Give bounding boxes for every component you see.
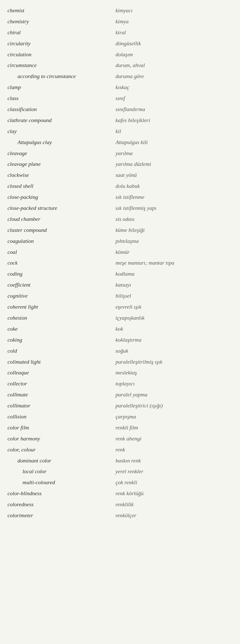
entry-english: coke bbox=[8, 323, 116, 334]
table-row: Attapulgus clayAttapulgus kili bbox=[8, 137, 232, 148]
table-row: cluster compoundküme bileşiği bbox=[8, 225, 232, 236]
table-row: color filmrenkli film bbox=[8, 422, 232, 433]
entry-english: classification bbox=[8, 104, 116, 115]
entry-english: colorimeter bbox=[8, 510, 116, 521]
entry-turkish: kodlama bbox=[116, 268, 232, 279]
entry-turkish: kafes bileşikleri bbox=[116, 115, 232, 126]
entry-english: coking bbox=[8, 334, 116, 345]
table-row: coalkömür bbox=[8, 247, 232, 258]
entry-english: colleaque bbox=[8, 367, 116, 378]
table-row: coldsoğuk bbox=[8, 345, 232, 356]
entry-english: clathrate compound bbox=[8, 115, 116, 126]
table-row: cleavage planeyarılma düzlemi bbox=[8, 159, 232, 170]
table-row: circumstancedurum, ahval bbox=[8, 60, 232, 71]
entry-turkish: kiral bbox=[116, 27, 232, 38]
table-row: collimatorparalelleştirici (ışığı) bbox=[8, 400, 232, 411]
entry-turkish: çok renkli bbox=[116, 477, 232, 488]
entry-english: color harmony bbox=[8, 433, 116, 444]
entry-english: closed shell bbox=[8, 181, 116, 192]
entry-turkish: döngüsellik bbox=[116, 38, 232, 49]
entry-turkish: renkli film bbox=[116, 422, 232, 433]
entry-turkish: sınıf bbox=[116, 93, 232, 104]
entry-turkish: duruma göre bbox=[116, 71, 232, 82]
table-row: codingkodlama bbox=[8, 268, 232, 279]
entry-english: color, colour bbox=[8, 444, 116, 455]
entry-english: multi-coloured bbox=[8, 477, 116, 488]
entry-english: coefficient bbox=[8, 279, 116, 290]
entry-turkish: kimyacı bbox=[116, 5, 232, 16]
entry-turkish: soğuk bbox=[116, 345, 232, 356]
entry-turkish: renklilik bbox=[116, 499, 232, 510]
entry-turkish: bilişsel bbox=[116, 290, 232, 301]
table-row: local coloryerel renkler bbox=[8, 466, 232, 477]
entry-english: collision bbox=[8, 411, 116, 422]
entry-turkish: çarpışma bbox=[116, 411, 232, 422]
entry-turkish: katsayı bbox=[116, 279, 232, 290]
table-row: cokekok bbox=[8, 323, 232, 334]
entry-english: collimator bbox=[8, 400, 116, 411]
entry-english: coherent light bbox=[8, 301, 116, 312]
entry-turkish: sınıflandırma bbox=[116, 104, 232, 115]
entry-turkish: renkölçer bbox=[116, 510, 232, 521]
entry-english: circularity bbox=[8, 38, 116, 49]
entry-english: circumstance bbox=[8, 60, 116, 71]
table-row: classificationsınıflandırma bbox=[8, 104, 232, 115]
table-row: circulationdolaşım bbox=[8, 49, 232, 60]
entry-english: chemist bbox=[8, 5, 116, 16]
entry-english: coloredness bbox=[8, 499, 116, 510]
table-row: close-packed structuresık istiflenmiş ya… bbox=[8, 203, 232, 214]
table-row: clathrate compoundkafes bileşikleri bbox=[8, 115, 232, 126]
table-row: cockmeşe mantarı; mantar tıpa bbox=[8, 257, 232, 268]
entry-turkish: baskın renk bbox=[116, 455, 232, 466]
entry-turkish: eşevreli ışık bbox=[116, 301, 232, 312]
entry-english: colimated light bbox=[8, 356, 116, 367]
table-row: cognitivebilişsel bbox=[8, 290, 232, 301]
table-row: cloud chambersis odası bbox=[8, 214, 232, 225]
entry-english: collimate bbox=[8, 389, 116, 400]
table-row: claykil bbox=[8, 126, 232, 137]
entry-turkish: saat yönü bbox=[116, 170, 232, 181]
entry-english: Attapulgus clay bbox=[8, 137, 116, 148]
entry-turkish: sık istiflenmiş yapı bbox=[116, 203, 232, 214]
entry-english: color-blindness bbox=[8, 488, 116, 499]
entry-english: local color bbox=[8, 466, 116, 477]
entry-english: cognitive bbox=[8, 290, 116, 301]
entry-turkish: paralel yapma bbox=[116, 389, 232, 400]
entry-english: color film bbox=[8, 422, 116, 433]
entry-turkish: kıskaç bbox=[116, 82, 232, 93]
entry-english: clockwise bbox=[8, 170, 116, 181]
entry-english: coagulation bbox=[8, 236, 116, 247]
entry-english: cold bbox=[8, 345, 116, 356]
table-row: coagulationpıhtılaşma bbox=[8, 236, 232, 247]
table-row: cohesioniçyapışkanlık bbox=[8, 312, 232, 323]
entry-turkish: Attapulgus kili bbox=[116, 137, 232, 148]
entry-turkish: paralelleştirilmiş ışık bbox=[116, 356, 232, 367]
entry-english: cleavage plane bbox=[8, 159, 116, 170]
entry-english: circulation bbox=[8, 49, 116, 60]
table-row: color-blindnessrenk körlüğü bbox=[8, 488, 232, 499]
table-row: cokingkoklaştırma bbox=[8, 334, 232, 345]
entry-turkish: içyapışkanlık bbox=[116, 312, 232, 323]
entry-turkish: dolaşım bbox=[116, 49, 232, 60]
entry-turkish: kömür bbox=[116, 247, 232, 258]
table-row: collectortoplayıcı bbox=[8, 378, 232, 389]
entry-english: coding bbox=[8, 268, 116, 279]
entry-turkish: küme bileşiği bbox=[116, 225, 232, 236]
table-row: collimateparalel yapma bbox=[8, 389, 232, 400]
table-row: closed shelldolu kabuk bbox=[8, 181, 232, 192]
entry-turkish: yarılma bbox=[116, 148, 232, 159]
entry-english: cleavage bbox=[8, 148, 116, 159]
table-row: coherent lighteşevreli ışık bbox=[8, 301, 232, 312]
entry-turkish: kil bbox=[116, 126, 232, 137]
entry-turkish: sık istiflenme bbox=[116, 192, 232, 203]
table-row: clampkıskaç bbox=[8, 82, 232, 93]
entry-turkish: paralelleştirici (ışığı) bbox=[116, 400, 232, 411]
entry-english: close-packed structure bbox=[8, 203, 116, 214]
entry-english: collector bbox=[8, 378, 116, 389]
table-row: colorimeterrenkölçer bbox=[8, 510, 232, 521]
entry-turkish: yarılma düzlemi bbox=[116, 159, 232, 170]
entry-turkish: renk ahengi bbox=[116, 433, 232, 444]
table-row: collisionçarpışma bbox=[8, 411, 232, 422]
table-row: close-packingsık istiflenme bbox=[8, 192, 232, 203]
dictionary-table: chemistkimyacıchemistrykimyachiralkiralc… bbox=[8, 5, 232, 521]
